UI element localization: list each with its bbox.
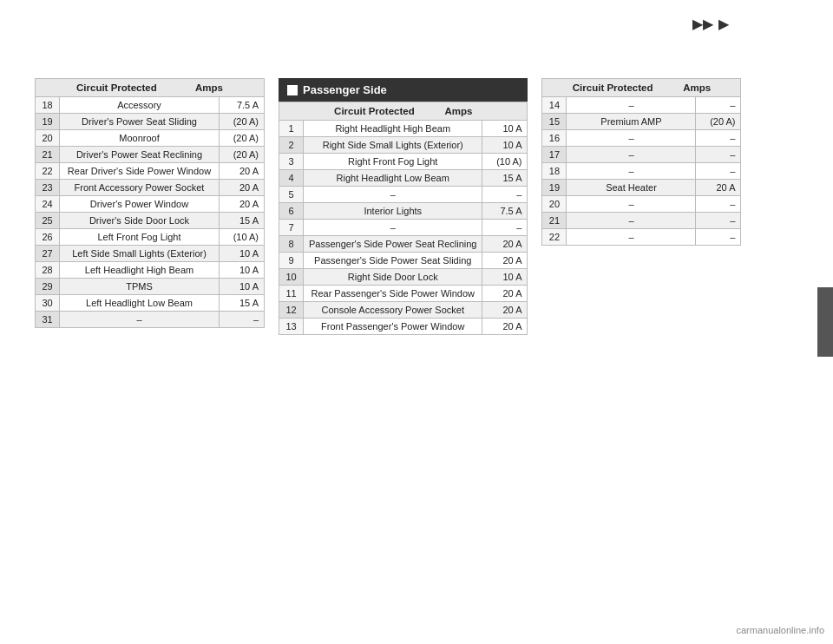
row-amps: – — [696, 213, 741, 229]
row-num: 20 — [542, 196, 567, 213]
table-row: 22 Rear Driver's Side Power Window 20 A — [36, 163, 265, 180]
row-amps: 7.5 A — [220, 97, 265, 114]
table-row: 16 – – — [542, 130, 741, 147]
table-row: 18 Accessory 7.5 A — [36, 97, 265, 114]
row-num: 8 — [279, 236, 304, 253]
top-nav: ▶▶ ▶ — [692, 16, 729, 32]
row-amps: (10 A) — [482, 154, 528, 170]
row-circuit: Left Headlight High Beam — [60, 262, 220, 279]
side-tab — [817, 287, 833, 357]
row-amps: – — [696, 196, 741, 213]
right-table-section: Circuit Protected Amps 14 – – 15 Premium… — [541, 78, 741, 246]
row-amps: 20 A — [696, 180, 741, 196]
row-circuit: Seat Heater — [567, 180, 696, 196]
row-amps: 10 A — [482, 269, 528, 286]
row-amps: (20 A) — [220, 130, 265, 147]
row-circuit: Right Side Small Lights (Exterior) — [304, 137, 482, 154]
row-num: 11 — [279, 286, 304, 302]
row-amps: – — [220, 312, 265, 328]
row-circuit: Right Front Fog Light — [304, 154, 482, 170]
row-num: 5 — [279, 187, 304, 203]
table-row: 15 Premium AMP (20 A) — [542, 114, 741, 130]
row-circuit: Moonroof — [60, 130, 220, 147]
row-num: 19 — [542, 180, 567, 196]
row-circuit: Rear Driver's Side Power Window — [60, 163, 220, 180]
row-amps: 20 A — [482, 236, 528, 253]
row-circuit: Left Headlight Low Beam — [60, 295, 220, 312]
row-num: 4 — [279, 170, 304, 187]
black-square-icon — [287, 85, 298, 95]
row-amps: (20 A) — [696, 114, 741, 130]
row-num: 21 — [542, 213, 567, 229]
row-num: 6 — [279, 203, 304, 220]
row-amps: – — [696, 130, 741, 147]
table-row: 28 Left Headlight High Beam 10 A — [36, 262, 265, 279]
row-num: 27 — [36, 246, 60, 262]
row-circuit: TPMS — [60, 279, 220, 295]
row-num: 19 — [36, 114, 60, 130]
left-table-header: Circuit Protected Amps — [36, 79, 265, 97]
row-amps: 20 A — [482, 253, 528, 269]
row-amps: 10 A — [482, 137, 528, 154]
row-num: 3 — [279, 154, 304, 170]
passenger-table-header: Circuit Protected Amps — [279, 102, 528, 121]
table-row: 24 Driver's Power Window 20 A — [36, 196, 265, 213]
row-circuit: Right Side Door Lock — [304, 269, 482, 286]
row-amps: 15 A — [220, 213, 265, 229]
row-num: 26 — [36, 229, 60, 246]
row-amps: (10 A) — [220, 229, 265, 246]
row-circuit: Console Accessory Power Socket — [304, 302, 482, 319]
row-circuit: – — [304, 220, 482, 236]
passenger-section: Passenger Side Circuit Protected Amps 1 … — [279, 78, 528, 335]
row-circuit: Driver's Power Window — [60, 196, 220, 213]
right-table: Circuit Protected Amps 14 – – 15 Premium… — [541, 78, 741, 246]
table-row: 11 Rear Passenger's Side Power Window 20… — [279, 286, 528, 302]
row-amps: – — [482, 187, 528, 203]
row-circuit: Interior Lights — [304, 203, 482, 220]
table-row: 23 Front Accessory Power Socket 20 A — [36, 180, 265, 196]
row-num: 20 — [36, 130, 60, 147]
table-row: 6 Interior Lights 7.5 A — [279, 203, 528, 220]
row-circuit: – — [567, 163, 696, 180]
table-row: 17 – – — [542, 147, 741, 163]
row-num: 16 — [542, 130, 567, 147]
row-amps: 10 A — [220, 279, 265, 295]
row-amps: 20 A — [220, 180, 265, 196]
passenger-title: Passenger Side — [303, 83, 387, 96]
row-num: 22 — [36, 163, 60, 180]
table-row: 14 – – — [542, 97, 741, 114]
row-amps: – — [482, 220, 528, 236]
row-amps: 20 A — [482, 319, 528, 335]
watermark: carmanualonline.info — [736, 625, 824, 635]
row-amps: 15 A — [220, 295, 265, 312]
left-table: Circuit Protected Amps 18 Accessory 7.5 … — [35, 78, 265, 328]
row-circuit: Left Front Fog Light — [60, 229, 220, 246]
row-circuit: – — [60, 312, 220, 328]
table-row: 18 – – — [542, 163, 741, 180]
table-row: 21 – – — [542, 213, 741, 229]
fast-forward-icon[interactable]: ▶▶ — [692, 16, 713, 32]
row-circuit: – — [567, 213, 696, 229]
row-amps: 20 A — [482, 286, 528, 302]
table-row: 9 Passenger's Side Power Seat Sliding 20… — [279, 253, 528, 269]
table-row: 22 – – — [542, 229, 741, 246]
table-row: 7 – – — [279, 220, 528, 236]
passenger-table: Circuit Protected Amps 1 Right Headlight… — [279, 102, 528, 335]
row-amps: 20 A — [220, 163, 265, 180]
forward-icon[interactable]: ▶ — [718, 16, 729, 32]
row-num: 18 — [36, 97, 60, 114]
row-num: 18 — [542, 163, 567, 180]
row-num: 28 — [36, 262, 60, 279]
row-amps: 20 A — [220, 196, 265, 213]
row-amps: – — [696, 97, 741, 114]
row-circuit: Passenger's Side Power Seat Reclining — [304, 236, 482, 253]
row-amps: – — [696, 147, 741, 163]
row-amps: 10 A — [220, 246, 265, 262]
row-num: 2 — [279, 137, 304, 154]
row-circuit: Accessory — [60, 97, 220, 114]
row-circuit: Driver's Power Seat Sliding — [60, 114, 220, 130]
row-circuit: – — [567, 229, 696, 246]
row-circuit: Passenger's Side Power Seat Sliding — [304, 253, 482, 269]
row-circuit: – — [567, 196, 696, 213]
row-num: 9 — [279, 253, 304, 269]
